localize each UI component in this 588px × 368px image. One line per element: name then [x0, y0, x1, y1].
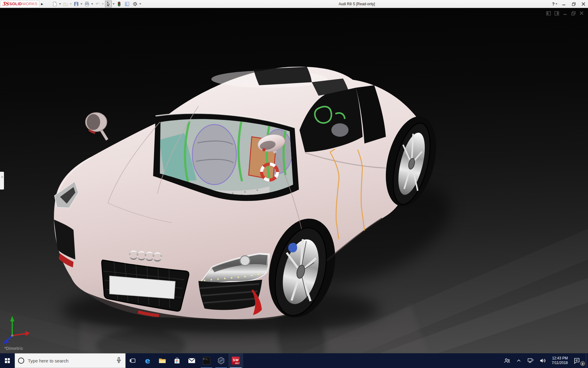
save-floppy-icon[interactable] — [73, 1, 80, 7]
clock-date: 7/11/2018 — [552, 361, 568, 365]
edge-icon: e — [145, 356, 150, 365]
help-dropdown-caret[interactable] — [556, 3, 557, 5]
view-orientation-label: *Dimetric — [4, 346, 23, 351]
print-button[interactable] — [83, 0, 94, 8]
network-icon[interactable] — [525, 353, 536, 368]
save-button[interactable] — [72, 0, 83, 8]
open-button[interactable] — [62, 0, 72, 8]
taskbar-store-button[interactable] — [170, 353, 184, 368]
minimize-button[interactable] — [560, 1, 567, 7]
close-button[interactable] — [580, 1, 587, 7]
new-dropdown-caret[interactable] — [59, 3, 61, 5]
solidworks-logo-text-light: WORKS — [22, 2, 37, 6]
undo-icon[interactable] — [94, 1, 101, 7]
taskbar-hexagon-app-button[interactable] — [214, 353, 228, 368]
cmd-icon: C:\_ — [203, 357, 210, 365]
solidworks-logo: ƷS SOLID WORKS — [1, 0, 39, 7]
document-restore-icon[interactable] — [571, 10, 576, 16]
solidworks-window: ƷS SOLID WORKS ▶ — [0, 0, 588, 368]
search-input[interactable] — [28, 358, 112, 363]
menu-flyout-arrow[interactable]: ▶ — [40, 1, 44, 7]
windows-logo-icon — [5, 358, 10, 363]
show-desktop-button[interactable] — [586, 353, 588, 368]
rebuild-traffic-light-icon[interactable] — [116, 1, 123, 7]
taskbar-file-explorer-button[interactable] — [155, 353, 170, 368]
taskbar-clock[interactable]: 12:43 PM 7/11/2018 — [549, 356, 571, 365]
print-icon[interactable] — [84, 1, 90, 7]
3d-scene-canvas[interactable] — [0, 8, 588, 353]
taskbar-mail-button[interactable] — [184, 353, 199, 368]
car-model — [54, 67, 445, 324]
taskbar-search[interactable] — [15, 353, 126, 368]
window-controls: ? — [552, 0, 587, 8]
select-dropdown-caret[interactable] — [113, 3, 115, 5]
tab-grip-dot — [1, 176, 3, 178]
show-pane-right-icon[interactable] — [554, 10, 560, 16]
options-gear-icon[interactable] — [132, 1, 138, 7]
clock-time: 12:43 PM — [552, 356, 568, 361]
open-folder-icon[interactable] — [62, 1, 69, 7]
document-close-icon[interactable] — [579, 10, 584, 16]
options-button[interactable] — [131, 0, 142, 8]
volume-icon[interactable] — [537, 353, 548, 368]
solidworks-logo-text-bold: SOLID — [9, 2, 22, 6]
restore-button[interactable] — [570, 1, 577, 7]
select-cursor-icon[interactable] — [105, 1, 112, 7]
hexagon-app-icon — [217, 357, 225, 365]
document-minimize-icon[interactable] — [562, 10, 568, 16]
featuremanager-collapsed-tab[interactable] — [0, 172, 4, 190]
mail-icon — [188, 357, 196, 365]
start-button[interactable] — [0, 353, 15, 368]
select-button[interactable] — [104, 0, 115, 8]
action-center-button[interactable]: 2 — [571, 353, 585, 368]
taskbar-solidworks-button[interactable]: SW 2017 — [228, 353, 243, 368]
help-button[interactable]: ? — [552, 2, 557, 6]
title-bar: ƷS SOLID WORKS ▶ — [0, 0, 588, 8]
undo-dropdown-caret[interactable] — [102, 3, 104, 5]
print-dropdown-caret[interactable] — [91, 3, 93, 5]
options-dropdown-caret[interactable] — [139, 3, 141, 5]
file-properties-button[interactable] — [123, 0, 131, 8]
rebuild-button[interactable] — [115, 0, 123, 8]
taskbar-cmd-button[interactable]: C:\_ — [199, 353, 214, 368]
tray-chevron-up-icon[interactable] — [514, 353, 524, 368]
microphone-icon[interactable] — [115, 357, 122, 365]
solidworks-logo-mark-icon: ƷS — [2, 1, 9, 7]
document-window-controls — [546, 10, 584, 16]
solidworks-2017-icon: SW 2017 — [232, 357, 240, 365]
notification-badge: 2 — [580, 361, 585, 366]
side-mirror-left — [85, 113, 107, 140]
quick-access-toolbar — [51, 0, 142, 8]
store-icon — [173, 357, 181, 364]
windows-taskbar: e C:\_ SW 2017 — [0, 353, 588, 368]
graphics-viewport[interactable]: *Dimetric — [0, 8, 588, 353]
taskbar-task-view-button[interactable] — [126, 353, 140, 368]
document-title: Audi R8 S [Read-only] — [339, 0, 375, 8]
new-document-button[interactable] — [51, 0, 62, 8]
open-dropdown-caret[interactable] — [70, 3, 72, 5]
system-tray: 12:43 PM 7/11/2018 2 — [502, 353, 586, 368]
taskbar-edge-button[interactable]: e — [140, 353, 155, 368]
help-icon: ? — [552, 2, 555, 6]
cortana-icon — [18, 358, 24, 364]
undo-button[interactable] — [94, 0, 104, 8]
show-pane-left-icon[interactable] — [546, 10, 551, 16]
people-button[interactable] — [502, 353, 513, 368]
file-properties-icon[interactable] — [124, 1, 130, 7]
file-explorer-icon — [158, 357, 166, 365]
new-document-icon[interactable] — [51, 1, 58, 7]
save-dropdown-caret[interactable] — [81, 3, 82, 5]
